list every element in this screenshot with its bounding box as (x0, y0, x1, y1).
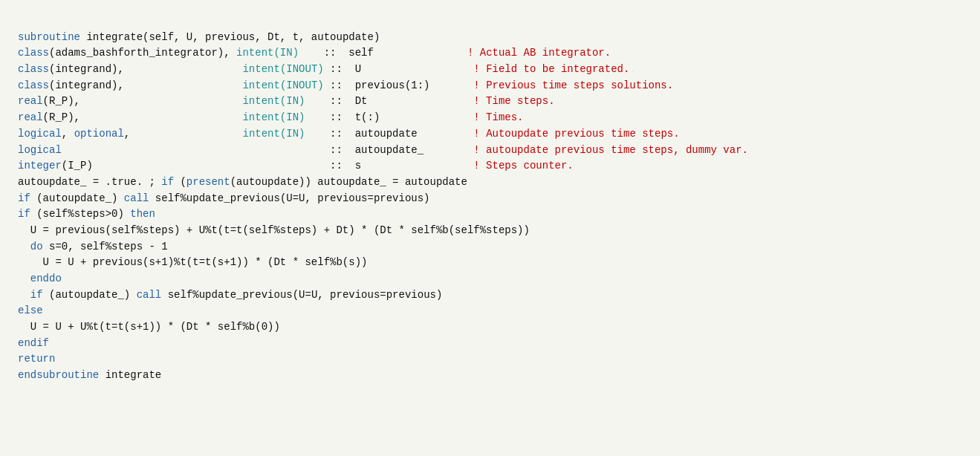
intent-inout1: intent(INOUT) (242, 63, 323, 75)
comment1: ! Actual AB integrator. (467, 47, 611, 59)
keyword-optional: optional (74, 128, 124, 140)
intent-in3: intent(IN) (242, 111, 305, 123)
intent-in4: intent(IN) (242, 128, 305, 140)
comment7: ! autoupdate previous time steps, dummy … (473, 144, 748, 156)
keyword-if4: if (30, 289, 49, 301)
comment3: ! Previous time steps solutions. (473, 79, 673, 91)
keyword-return: return (18, 353, 55, 365)
keyword-subroutine: subroutine (18, 31, 86, 43)
keyword-if1: if (161, 176, 180, 188)
keyword-logical2: logical (18, 144, 62, 156)
comment6: ! Autoupdate previous time steps. (473, 128, 679, 140)
intent-in2: intent(IN) (242, 95, 305, 107)
keyword-endif: endif (18, 337, 49, 349)
keyword-endsubroutine: endsubroutine (18, 369, 106, 381)
keyword-if3: if (18, 208, 36, 220)
comment4: ! Time steps. (473, 95, 554, 107)
keyword-then: then (130, 208, 155, 220)
comment8: ! Steps counter. (473, 160, 573, 172)
keyword-logical1: logical (18, 128, 62, 140)
keyword-do: do (30, 241, 49, 253)
keyword-class3: class (18, 79, 49, 91)
keyword-else: else (18, 304, 43, 316)
keyword-present: present (186, 176, 230, 188)
keyword-call1: call (124, 192, 155, 204)
keyword-class1: class (18, 47, 49, 59)
code-block: subroutine integrate(self, U, previous, … (18, 13, 962, 384)
keyword-call2: call (137, 289, 168, 301)
keyword-if2: if (18, 192, 36, 204)
intent-in1: intent(IN) (236, 47, 299, 59)
comment2: ! Field to be integrated. (473, 63, 629, 75)
comment5: ! Times. (473, 111, 523, 123)
keyword-integer: integer (18, 160, 62, 172)
intent-inout2: intent(INOUT) (242, 79, 323, 91)
keyword-real1: real (18, 95, 43, 107)
keyword-enddo: enddo (30, 273, 62, 284)
keyword-real2: real (18, 111, 43, 123)
keyword-class2: class (18, 63, 49, 75)
